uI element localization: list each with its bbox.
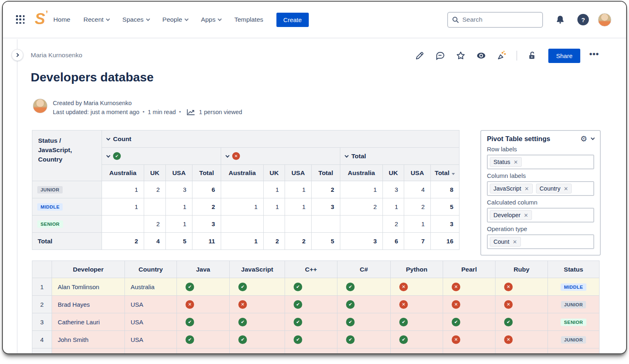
- pivot-row-label: SENIOR: [32, 216, 102, 233]
- pivot-corner-label: Status / JavaScript, Country: [32, 130, 102, 181]
- pivot-total-cell: 2: [102, 233, 144, 250]
- settings-collapse-icon[interactable]: [591, 136, 595, 140]
- nav-item-home[interactable]: Home: [53, 16, 70, 23]
- pivot-value-cell: 4: [404, 181, 431, 198]
- settings-field-box[interactable]: Status✕: [487, 155, 594, 169]
- check-icon: [186, 283, 194, 291]
- byline-created[interactable]: Created by Maria Kurnosenko: [53, 99, 242, 108]
- pivot-column-header[interactable]: Total: [312, 165, 340, 181]
- watch-eye-icon[interactable]: [473, 47, 489, 64]
- chevron-down-icon: [218, 17, 222, 21]
- pivot-value-cell: [102, 216, 144, 233]
- chip-remove-icon[interactable]: ✕: [525, 186, 529, 192]
- nav-item-label: Spaces: [122, 16, 144, 23]
- confluence-app-logo[interactable]: S: [35, 10, 45, 28]
- search-box[interactable]: [447, 12, 543, 28]
- breadcrumb[interactable]: Maria Kurnosenko: [31, 52, 82, 59]
- pivot-group-header-check[interactable]: [102, 148, 221, 165]
- pivot-column-header[interactable]: USA: [404, 165, 431, 181]
- nav-menu: HomeRecentSpacesPeopleAppsTemplates: [53, 16, 263, 23]
- settings-field-box[interactable]: Developer✕: [487, 208, 594, 222]
- app-switcher-icon[interactable]: [16, 15, 25, 24]
- comment-icon[interactable]: [432, 47, 448, 64]
- chip-country[interactable]: Country✕: [536, 184, 572, 193]
- top-navbar: S HomeRecentSpacesPeopleAppsTemplates Cr…: [3, 2, 626, 38]
- pivot-column-header[interactable]: UK: [383, 165, 404, 181]
- pivot-total-cell: 11: [192, 233, 221, 250]
- pivot-column-header[interactable]: UK: [264, 165, 285, 181]
- chip-remove-icon[interactable]: ✕: [513, 239, 517, 245]
- pivot-column-header[interactable]: UK: [144, 165, 166, 181]
- more-actions-icon[interactable]: •••: [588, 49, 602, 62]
- author-avatar[interactable]: [33, 99, 48, 113]
- nav-item-people[interactable]: People: [163, 16, 188, 23]
- settings-gear-icon[interactable]: ⚙: [580, 135, 587, 143]
- pivot-group-header-cross[interactable]: [221, 148, 340, 165]
- settings-field-box[interactable]: Count✕: [487, 234, 594, 249]
- nav-item-templates[interactable]: Templates: [234, 16, 263, 23]
- pivot-total-cell: 3: [340, 233, 383, 250]
- pivot-total-label: Total: [32, 233, 102, 250]
- dev-name-cell: Brad Hayes: [52, 296, 125, 313]
- edit-pencil-icon[interactable]: [412, 47, 428, 64]
- dev-column-header: Python: [391, 261, 443, 278]
- dev-status-cell: JUNIOR: [548, 331, 600, 348]
- nav-item-spaces[interactable]: Spaces: [122, 16, 149, 23]
- chip-javascript[interactable]: JavaScript✕: [490, 184, 533, 193]
- views-trend-icon: [187, 109, 195, 115]
- dev-header-row: DeveloperCountryJavaJavaScriptC++C#Pytho…: [32, 261, 600, 278]
- nav-item-apps[interactable]: Apps: [201, 16, 221, 23]
- status-badge: SENIOR: [561, 319, 586, 326]
- create-button[interactable]: Create: [276, 13, 309, 27]
- chip-developer[interactable]: Developer✕: [490, 210, 532, 220]
- dev-row: 2Brad HayesUSAJUNIOR: [32, 296, 600, 313]
- byline-views[interactable]: 1 person viewed: [199, 108, 242, 117]
- chip-count[interactable]: Count✕: [490, 237, 521, 247]
- notifications-bell-icon[interactable]: [552, 11, 568, 28]
- pivot-row: SENIOR213213: [32, 216, 459, 233]
- dev-cell: [391, 348, 443, 355]
- settings-field-box[interactable]: JavaScript✕Country✕: [487, 181, 594, 196]
- pivot-value-cell: 1: [340, 181, 383, 198]
- help-icon[interactable]: ?: [577, 14, 589, 25]
- check-icon: [238, 318, 247, 326]
- pivot-measure-header[interactable]: Count: [102, 130, 459, 148]
- pivot-group-header-Total[interactable]: Total: [340, 148, 459, 165]
- pivot-column-header[interactable]: Total: [192, 165, 221, 181]
- dev-column-header: [32, 261, 52, 278]
- pivot-settings-panel: Pivot Table settings ⚙ Row labelsStatus✕…: [480, 130, 601, 256]
- share-button[interactable]: Share: [548, 49, 580, 63]
- pivot-column-header[interactable]: Australia: [340, 165, 383, 181]
- cross-icon: [504, 283, 513, 291]
- check-icon: [294, 335, 302, 344]
- cross-icon: [232, 152, 240, 160]
- pivot-value-cell: 2: [312, 181, 340, 198]
- nav-item-recent[interactable]: Recent: [84, 16, 109, 23]
- pivot-column-header[interactable]: USA: [166, 165, 192, 181]
- byline-updated[interactable]: Last updated: just a moment ago: [53, 108, 139, 117]
- dev-cell: [496, 348, 548, 355]
- chip-remove-icon[interactable]: ✕: [524, 212, 528, 218]
- favorite-star-icon[interactable]: [453, 47, 469, 64]
- pivot-column-header[interactable]: Australia: [102, 165, 144, 181]
- status-badge: JUNIOR: [561, 336, 586, 344]
- chip-remove-icon[interactable]: ✕: [563, 186, 568, 192]
- pivot-total-cell: 4: [144, 233, 166, 250]
- pivot-column-header[interactable]: USA: [285, 165, 312, 181]
- unlock-icon[interactable]: [524, 47, 540, 64]
- pivot-column-header[interactable]: Total: [431, 165, 459, 181]
- chip-remove-icon[interactable]: ✕: [514, 159, 518, 165]
- pivot-column-header[interactable]: Australia: [221, 165, 264, 181]
- expand-sidebar-button[interactable]: [11, 49, 23, 61]
- byline-read-time: 1 min read: [148, 108, 176, 117]
- dev-skill-cell: [177, 278, 230, 296]
- pivot-value-cell: 1: [383, 198, 404, 216]
- chevron-down-icon: [106, 153, 111, 157]
- user-avatar[interactable]: [598, 13, 611, 27]
- search-input[interactable]: [462, 16, 538, 23]
- table-filter-confetti-icon[interactable]: [493, 47, 510, 64]
- chevron-down-icon: [106, 17, 110, 21]
- chip-label: Count: [493, 238, 509, 245]
- chip-status[interactable]: Status✕: [490, 157, 522, 167]
- dev-column-header: Developer: [52, 261, 125, 278]
